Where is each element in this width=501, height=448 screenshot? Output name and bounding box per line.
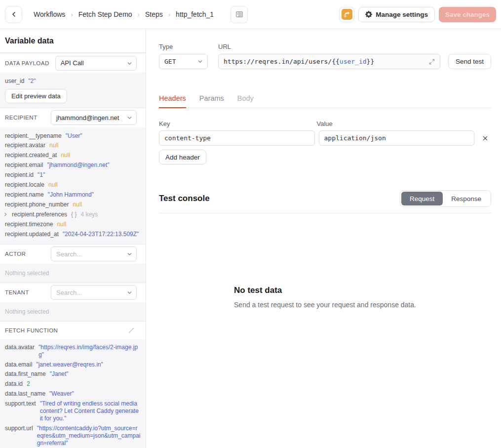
row-value: "jhammond@ingen.net" (47, 162, 109, 169)
url-open-braces: {{ (332, 58, 340, 65)
tab-params[interactable]: Params (199, 94, 224, 108)
data-payload-selected-value: API Call (61, 59, 84, 67)
breadcrumb-steps[interactable]: Steps (145, 10, 163, 18)
row-key: recipient.__typename (5, 132, 62, 140)
url-label: URL (218, 43, 440, 50)
row-key: support.url (5, 425, 33, 432)
add-header-button[interactable]: Add header (159, 150, 206, 164)
breadcrumb-workflow-name[interactable]: Fetch Step Demo (78, 10, 132, 18)
chevron-down-icon (126, 251, 133, 259)
breadcrumb-workflows[interactable]: Workflows (34, 10, 65, 18)
chevron-down-icon (197, 58, 203, 66)
header-row: content-type application/json (159, 130, 491, 146)
row-key: data.first_name (5, 370, 46, 378)
data-payload-preview: user_id "2" Edit preview data (0, 73, 146, 108)
actor-label: ACTOR (5, 251, 26, 257)
save-changes-button[interactable]: Save changes (439, 7, 496, 22)
recipient-row: recipient.localenull (0, 180, 146, 190)
remove-header-button[interactable] (479, 132, 491, 144)
back-button[interactable] (5, 6, 22, 23)
fetch-step-editor: Type GET URL https://reqres.in/api/users… (146, 29, 501, 448)
row-key: data.avatar (5, 344, 35, 351)
actor-section-header: ACTOR Search... (0, 244, 146, 264)
row-value: "https://reqres.in/img/faces/2-image.jpg… (39, 344, 141, 359)
fetch-row: support.url"https://contentcaddy.io?utm_… (0, 423, 146, 448)
type-label: Type (159, 43, 208, 50)
expand-icon[interactable] (428, 58, 435, 67)
fetch-function-section-header: FETCH FUNCTION (0, 321, 146, 339)
recipient-row: recipient.id"1" (0, 170, 146, 180)
panel-layout-icon (235, 10, 244, 19)
recipient-row: recipient.phone_numbernull (0, 200, 146, 209)
commit-status-button[interactable] (339, 7, 354, 22)
recipient-row: recipient.avatarnull (0, 141, 146, 151)
row-value: "Tired of writing endless social media c… (40, 400, 141, 422)
http-method-value: GET (164, 58, 176, 65)
fetch-row: data.id2 (0, 379, 146, 389)
recipient-label: RECIPIENT (5, 115, 37, 121)
actor-search-select[interactable]: Search... (51, 246, 137, 261)
no-test-data-empty-state: No test data Send a test request to see … (159, 285, 491, 309)
toggle-response[interactable]: Response (443, 192, 490, 205)
manage-settings-button[interactable]: Manage settings (358, 7, 435, 22)
payload-key: user_id (5, 78, 24, 85)
breadcrumb-separator: › (138, 11, 140, 18)
row-key: recipient.created_at (5, 152, 57, 159)
row-value: "2024-04-23T17:22:13.509Z" (63, 231, 139, 238)
url-input[interactable]: https://reqres.in/api/users/{{user_id}} (218, 54, 440, 69)
row-key: recipient.preferences (12, 211, 67, 218)
row-key: recipient.locale (5, 181, 44, 189)
breadcrumb-separator: › (168, 11, 170, 18)
chevron-left-icon (10, 10, 18, 18)
http-method-select[interactable]: GET (159, 54, 208, 69)
chevron-right-icon (3, 211, 8, 219)
row-value: "https://contentcaddy.io?utm_source=reqr… (37, 425, 141, 447)
breadcrumb-step-name: http_fetch_1 (176, 10, 214, 18)
toggle-request[interactable]: Request (401, 192, 443, 205)
tenant-section-header: TENANT Search... (0, 283, 146, 302)
header-value-input[interactable]: application/json (319, 130, 475, 146)
top-header: Workflows › Fetch Step Demo › Steps › ht… (0, 0, 501, 29)
request-response-toggle: Request Response (400, 190, 491, 207)
row-key: recipient.avatar (5, 142, 45, 149)
sidebar-title: Variable data (0, 29, 146, 53)
data-payload-select[interactable]: API Call (55, 56, 137, 71)
send-test-button[interactable]: Send test (448, 54, 491, 69)
fetch-row: data.avatar"https://reqres.in/img/faces/… (0, 343, 146, 360)
tenant-search-select[interactable]: Search... (51, 285, 137, 300)
row-value: "janet.weaver@reqres.in" (36, 361, 103, 368)
edit-preview-data-button[interactable]: Edit preview data (5, 89, 67, 103)
recipient-row: recipient.updated_at"2024-04-23T17:22:13… (0, 230, 146, 240)
actor-placeholder: Search... (56, 250, 82, 258)
row-key: data.email (5, 361, 32, 368)
url-variable: user_id (340, 58, 367, 65)
recipient-row: recipient.created_atnull (0, 151, 146, 161)
chevron-down-icon (126, 115, 133, 122)
row-key: recipient.name (5, 191, 44, 199)
fetch-row: data.last_name"Weaver" (0, 389, 146, 399)
payload-value: "2" (28, 78, 36, 85)
row-value: null (57, 221, 66, 228)
recipient-section-header: RECIPIENT jhammond@ingen.net (0, 108, 146, 127)
recipient-row: recipient.timezonenull (0, 220, 146, 230)
row-value: "User" (66, 132, 82, 140)
row-value: null (49, 142, 59, 149)
toggle-sidebar-button[interactable] (231, 6, 248, 23)
row-value: 2 (27, 380, 30, 388)
pencil-icon (127, 326, 136, 334)
row-key: data.last_name (5, 390, 45, 398)
data-payload-label: DATA PAYLOAD (5, 60, 49, 66)
edit-fetch-function-button[interactable] (126, 325, 137, 335)
row-key: recipient.email (5, 162, 43, 169)
recipient-select[interactable]: jhammond@ingen.net (51, 110, 137, 125)
chevron-down-icon (126, 289, 133, 297)
tab-body[interactable]: Body (237, 94, 254, 108)
row-value: "Janet" (50, 370, 69, 378)
git-branch-icon (342, 9, 352, 20)
header-key-input[interactable]: content-type (159, 130, 315, 146)
tab-headers[interactable]: Headers (159, 94, 186, 108)
key-label: Key (159, 120, 317, 127)
tenant-placeholder: Search... (56, 289, 82, 296)
row-key: support.text (5, 400, 36, 407)
recipient-preferences-row[interactable]: recipient.preferences { } 4 keys (0, 209, 146, 220)
